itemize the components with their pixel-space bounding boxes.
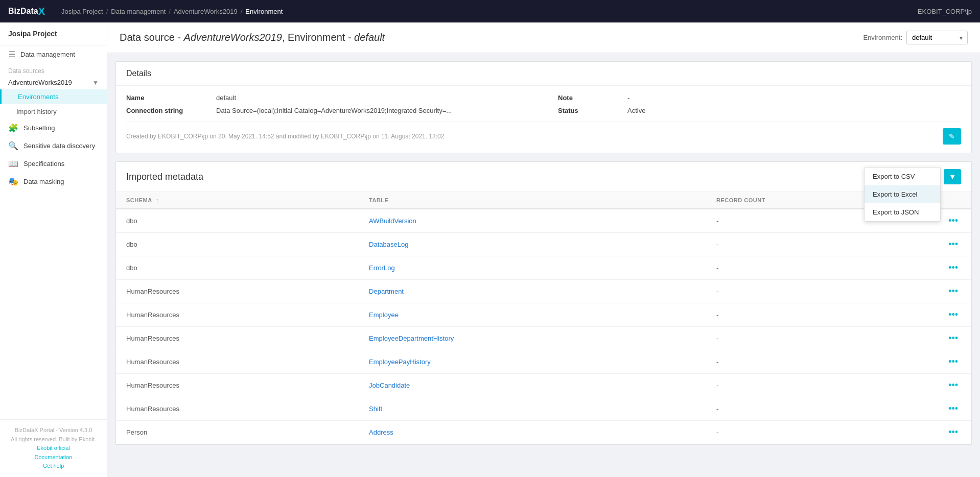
connection-string-value: Data Source=(local);Initial Catalog=Adve… bbox=[216, 107, 550, 114]
sensitive-data-icon: 🔍 bbox=[8, 141, 18, 151]
specifications-icon: 📖 bbox=[8, 159, 18, 169]
datasource-chevron-icon[interactable]: ▼ bbox=[92, 79, 99, 86]
topnav-user: EKOBIT_CORP\jp bbox=[918, 8, 972, 15]
record-count-cell: - bbox=[706, 350, 935, 374]
data-management-icon: ☰ bbox=[8, 50, 15, 59]
breadcrumb-sep-1: / bbox=[106, 8, 108, 15]
metadata-header: Imported metadata Export to CSV Export t… bbox=[116, 162, 971, 192]
table-row: HumanResources JobCandidate - ••• bbox=[116, 374, 971, 397]
environment-select[interactable]: default bbox=[906, 31, 968, 44]
table-cell[interactable]: EmployeePayHistory bbox=[359, 350, 706, 374]
row-more-button[interactable]: ••• bbox=[945, 379, 961, 392]
actions-cell: ••• bbox=[935, 303, 971, 327]
selected-datasource: AdventureWorks2019 bbox=[8, 79, 72, 86]
sidebar-item-label-data-masking: Data masking bbox=[24, 178, 64, 185]
breadcrumb-josipa[interactable]: Josipa Project bbox=[61, 8, 103, 15]
table-row: HumanResources Employee - ••• bbox=[116, 303, 971, 327]
col-schema: SCHEMA ↑ bbox=[116, 192, 359, 209]
details-meta-text: Created by EKOBIT_CORP\jp on 20. May 202… bbox=[126, 133, 444, 140]
note-value: - bbox=[627, 94, 961, 102]
table-cell[interactable]: JobCandidate bbox=[359, 374, 706, 397]
status-label: Status bbox=[558, 107, 619, 114]
actions-cell: ••• bbox=[935, 327, 971, 350]
table-cell[interactable]: Employee bbox=[359, 303, 706, 327]
footer-link-ekobit[interactable]: Ekobit official bbox=[37, 445, 70, 451]
breadcrumb-adventureworks[interactable]: AdventureWorks2019 bbox=[174, 8, 238, 15]
breadcrumb: Josipa Project / Data management / Adven… bbox=[61, 8, 914, 15]
table-cell[interactable]: Department bbox=[359, 280, 706, 303]
sidebar-datasources-label: Data sources bbox=[0, 63, 107, 76]
schema-cell: HumanResources bbox=[116, 350, 359, 374]
sidebar-item-data-management[interactable]: ☰ Data management bbox=[0, 45, 107, 63]
filter-button[interactable]: ▼ bbox=[944, 169, 961, 184]
schema-cell: HumanResources bbox=[116, 280, 359, 303]
actions-cell: ••• bbox=[935, 233, 971, 256]
table-cell[interactable]: ErrorLog bbox=[359, 256, 706, 280]
sort-arrow-schema[interactable]: ↑ bbox=[156, 197, 159, 203]
table-row: HumanResources EmployeePayHistory - ••• bbox=[116, 350, 971, 374]
breadcrumb-data-mgmt[interactable]: Data management bbox=[111, 8, 166, 15]
schema-cell: dbo bbox=[116, 256, 359, 280]
row-more-button[interactable]: ••• bbox=[945, 402, 961, 415]
footer-link-help[interactable]: Get help bbox=[43, 463, 64, 469]
datasource-selector[interactable]: AdventureWorks2019 ▼ bbox=[0, 76, 107, 89]
schema-cell: dbo bbox=[116, 233, 359, 256]
row-more-button[interactable]: ••• bbox=[945, 238, 961, 251]
metadata-section: Imported metadata Export to CSV Export t… bbox=[115, 161, 972, 445]
logo: BizDataX bbox=[8, 6, 45, 17]
name-label: Name bbox=[126, 94, 208, 102]
actions-cell: ••• bbox=[935, 374, 971, 397]
export-csv-item[interactable]: Export to CSV bbox=[865, 168, 940, 185]
row-more-button[interactable]: ••• bbox=[945, 332, 961, 345]
row-more-button[interactable]: ••• bbox=[945, 308, 961, 321]
schema-cell: HumanResources bbox=[116, 303, 359, 327]
sidebar: Josipa Project ☰ Data management Data so… bbox=[0, 22, 107, 477]
table-cell[interactable]: Shift bbox=[359, 397, 706, 421]
row-more-button[interactable]: ••• bbox=[945, 355, 961, 368]
details-body: Name default Note - Connection string Da… bbox=[116, 86, 971, 153]
environment-selector: Environment: default bbox=[863, 31, 968, 44]
footer-link-docs[interactable]: Documentation bbox=[35, 454, 73, 460]
record-count-cell: - bbox=[706, 280, 935, 303]
sidebar-item-subsetting[interactable]: 🧩 Subsetting bbox=[0, 119, 107, 137]
sidebar-item-sensitive-data[interactable]: 🔍 Sensitive data discovery bbox=[0, 137, 107, 155]
actions-cell: ••• bbox=[935, 256, 971, 280]
sidebar-item-specifications[interactable]: 📖 Specifications bbox=[0, 155, 107, 173]
sidebar-item-environments[interactable]: Environments bbox=[0, 89, 107, 104]
export-json-item[interactable]: Export to JSON bbox=[865, 203, 940, 221]
page-title-middle: , Environment - bbox=[282, 32, 354, 43]
edit-button[interactable]: ✎ bbox=[943, 128, 961, 145]
main-content: Data source - AdventureWorks2019, Enviro… bbox=[107, 22, 980, 477]
sidebar-item-label-sensitive-data: Sensitive data discovery bbox=[24, 142, 95, 150]
status-value: Active bbox=[627, 107, 961, 114]
table-cell[interactable]: Address bbox=[359, 421, 706, 444]
table-cell[interactable]: DatabaseLog bbox=[359, 233, 706, 256]
record-count-cell: - bbox=[706, 256, 935, 280]
breadcrumb-environment: Environment bbox=[245, 8, 283, 15]
schema-cell: HumanResources bbox=[116, 327, 359, 350]
table-cell[interactable]: AWBuildVersion bbox=[359, 209, 706, 233]
table-row: dbo ErrorLog - ••• bbox=[116, 256, 971, 280]
breadcrumb-sep-3: / bbox=[241, 8, 243, 15]
sidebar-item-import-history[interactable]: Import history bbox=[0, 104, 107, 119]
sidebar-project-label: Josipa Project bbox=[0, 22, 107, 45]
actions-cell: ••• bbox=[935, 397, 971, 421]
details-grid: Name default Note - Connection string Da… bbox=[126, 94, 961, 114]
col-schema-label: SCHEMA bbox=[126, 197, 152, 203]
row-more-button[interactable]: ••• bbox=[945, 285, 961, 298]
export-excel-item[interactable]: Export to Excel bbox=[865, 185, 940, 203]
record-count-cell: - bbox=[706, 397, 935, 421]
table-row: HumanResources Shift - ••• bbox=[116, 397, 971, 421]
table-header-row: SCHEMA ↑ TABLE RECORD COUNT bbox=[116, 192, 971, 209]
row-more-button[interactable]: ••• bbox=[945, 426, 961, 439]
sidebar-item-label-data-management: Data management bbox=[20, 51, 75, 58]
table-row: HumanResources EmployeeDepartmentHistory… bbox=[116, 327, 971, 350]
table-row: HumanResources Department - ••• bbox=[116, 280, 971, 303]
sidebar-item-data-masking[interactable]: 🎭 Data masking bbox=[0, 173, 107, 190]
sidebar-footer: BizDataX Portal - Version 4.3.0 All righ… bbox=[0, 419, 107, 477]
row-more-button[interactable]: ••• bbox=[945, 214, 961, 227]
schema-cell: dbo bbox=[116, 209, 359, 233]
row-more-button[interactable]: ••• bbox=[945, 261, 961, 274]
table-cell[interactable]: EmployeeDepartmentHistory bbox=[359, 327, 706, 350]
logo-text: BizData bbox=[8, 7, 38, 16]
